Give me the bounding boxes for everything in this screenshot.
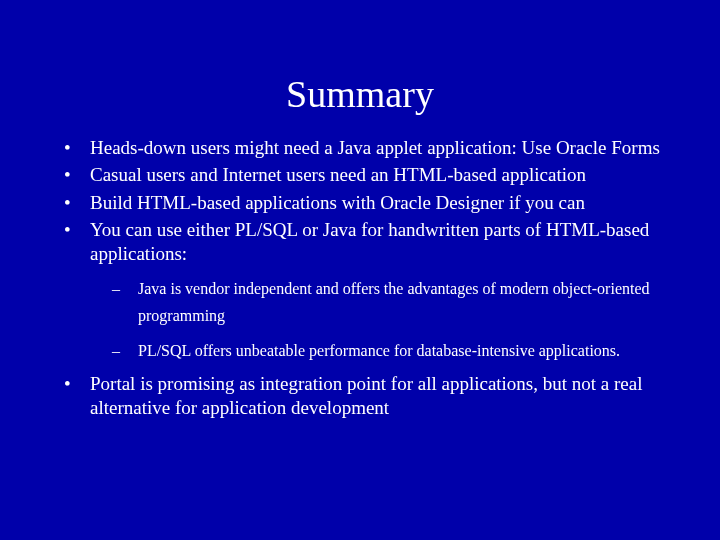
bullet-text: You can use either PL/SQL or Java for ha… [90, 219, 649, 264]
sub-bullet-item: Java is vendor independent and offers th… [108, 275, 680, 329]
bullet-item: Portal is promising as integration point… [58, 372, 680, 421]
slide-title: Summary [0, 0, 720, 136]
sub-bullet-item: PL/SQL offers unbeatable performance for… [108, 337, 680, 364]
bullet-item: Casual users and Internet users need an … [58, 163, 680, 187]
slide: Summary Heads-down users might need a Ja… [0, 0, 720, 540]
slide-content: Heads-down users might need a Java apple… [0, 136, 720, 421]
bullet-item: Heads-down users might need a Java apple… [58, 136, 680, 160]
bullet-item: Build HTML-based applications with Oracl… [58, 191, 680, 215]
bullet-list: Heads-down users might need a Java apple… [58, 136, 680, 421]
bullet-item: You can use either PL/SQL or Java for ha… [58, 218, 680, 364]
sub-bullet-list: Java is vendor independent and offers th… [108, 275, 680, 365]
